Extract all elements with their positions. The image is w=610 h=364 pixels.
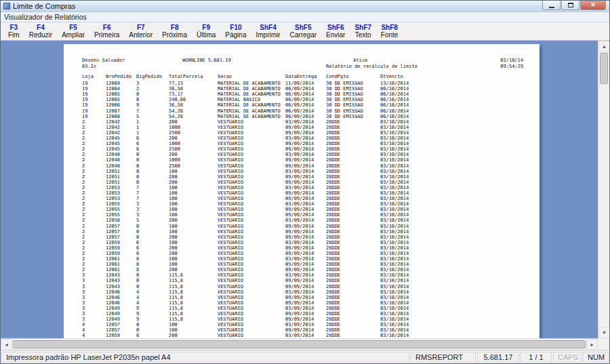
report-cell: 03/10/2014	[380, 306, 540, 311]
report-cell: 3	[82, 272, 106, 278]
report-cell: 28DDE	[326, 169, 380, 174]
report-cell: 09/09/2014	[285, 157, 326, 163]
report-cell: 05/09/2014	[285, 262, 326, 267]
action-label: Enviar	[326, 31, 345, 39]
report-user: Desenv Salvador	[82, 58, 125, 63]
report-cell: 12051	[106, 169, 136, 174]
report-cell: 09/09/2014	[285, 235, 326, 240]
proxima-button[interactable]: F8Próxima	[157, 23, 192, 39]
report-cell: VESTUARIO	[218, 272, 285, 278]
report-cell: 12053	[106, 185, 136, 190]
scroll-left-button[interactable]: ◄	[1, 339, 12, 350]
scroll-down-button[interactable]: ▼	[598, 327, 609, 338]
vertical-scrollbar[interactable]: ▲ ▼	[598, 41, 609, 338]
ultima-button[interactable]: F9Última	[192, 23, 220, 39]
report-system-version: WGRNLINE 5.681.19	[182, 58, 231, 63]
report-cell: 13/10/2014	[380, 81, 540, 86]
scroll-up-button[interactable]: ▲	[598, 41, 609, 52]
report-cell: 2	[82, 190, 106, 196]
report-workspace: Desenv Salvador WGRNLINE 5.681.19 Ativa …	[1, 41, 609, 350]
carregar-button[interactable]: ShF5Carregar	[285, 23, 321, 39]
scroll-right-button[interactable]: ►	[586, 339, 598, 350]
imprimir-button[interactable]: ShF4Imprimir	[251, 23, 285, 39]
report-cell: 09/09/2014	[285, 295, 326, 300]
report-cell: 28DDE	[326, 322, 380, 327]
ampliar-button[interactable]: F5Ampliar	[57, 23, 89, 39]
report-row: 2120596200VESTUARIO09/09/201428DDE03/10/…	[64, 245, 540, 251]
report-cell: 28DDE	[326, 295, 380, 300]
report-cell: 115,8	[169, 311, 218, 317]
report-company: Ativa	[353, 58, 367, 63]
report-cell: 9	[136, 317, 169, 322]
report-cell: VESTUARIO	[218, 163, 285, 169]
minimize-button[interactable]	[542, 1, 561, 10]
report-cell: 200	[169, 119, 218, 125]
report-cell: 2	[82, 169, 106, 174]
report-cell: VESTUARIO	[218, 262, 285, 267]
texto-button[interactable]: ShF7Texto	[350, 23, 375, 39]
report-row: 4120570100VESTUARIO09/09/201428DDE03/10/…	[64, 327, 540, 333]
report-cell: 8	[136, 256, 169, 262]
action-label: Fonte	[381, 31, 399, 39]
enviar-button[interactable]: ShF6Enviar	[321, 23, 350, 39]
report-cell: 2	[82, 240, 106, 245]
primeira-button[interactable]: F6Primeira	[89, 23, 124, 39]
vertical-scroll-thumb[interactable]	[600, 53, 608, 84]
report-row: 3120464115,8VESTUARIO09/09/201428DDE03/1…	[64, 300, 540, 306]
report-cell: 03/09/2014	[285, 152, 326, 157]
pagina-button[interactable]: F10Página	[220, 23, 251, 39]
report-cell: 12061	[106, 267, 136, 272]
report-cell: 6	[136, 251, 169, 256]
report-cell: 09/09/2014	[285, 245, 326, 251]
horizontal-scrollbar[interactable]: ◄ ►	[1, 338, 598, 350]
report-cell: 09/09/2014	[285, 229, 326, 235]
fkey-label: ShF4	[260, 24, 276, 31]
report-cell: 12068	[106, 114, 136, 119]
fkey-label: ShF5	[295, 24, 311, 31]
report-cell: 2500	[169, 163, 218, 169]
report-cell: 200	[169, 235, 218, 240]
report-cell: 03/10/2014	[380, 256, 540, 262]
report-cell: 03/10/2014	[380, 136, 540, 141]
report-cell: 54,28	[169, 108, 218, 114]
fkey-label: F7	[137, 24, 145, 31]
report-cell: 09/09/2014	[285, 174, 326, 180]
report-cell: VESTUARIO	[218, 295, 285, 300]
horizontal-scroll-thumb[interactable]	[13, 340, 586, 348]
report-row: 21204802500VESTUARIO09/09/201428DDE03/10…	[64, 163, 540, 169]
report-row: 2120537100VESTUARIO09/09/201428DDE03/10/…	[64, 190, 540, 196]
report-row: 1912067754,28MATERIAL DE ACABAMENTO06/09…	[64, 108, 540, 114]
fim-button[interactable]: F3Fim	[3, 23, 24, 39]
anterior-button[interactable]: F7Anterior	[124, 23, 157, 39]
child-window-title-bar[interactable]: Visualizador de Relatórios	[1, 12, 609, 22]
report-row: 1912066936,58MATERIAL DE ACABAMENTO06/09…	[64, 102, 540, 108]
maximize-button[interactable]	[561, 1, 580, 10]
report-cell: 36,58	[169, 86, 218, 92]
report-cell: 09/09/2014	[285, 300, 326, 306]
close-button[interactable]: ✕	[580, 1, 606, 10]
fonte-button[interactable]: ShF8Fonte	[376, 23, 403, 39]
report-name-status: RMSREPORT	[411, 352, 476, 363]
col-condpgto: CondPgto	[326, 74, 380, 79]
fkey-label: F3	[10, 24, 18, 31]
report-cell: 03/10/2014	[380, 130, 540, 136]
report-cell: 115,8	[169, 300, 218, 306]
report-cell: 3	[82, 311, 106, 317]
report-cell: 09/09/2014	[285, 267, 326, 272]
report-cell: 115,8	[169, 284, 218, 289]
report-cell: VESTUARIO	[218, 317, 285, 322]
report-cell: 30 DD EMISSAO	[326, 92, 380, 97]
report-cell: 03/10/2014	[380, 146, 540, 152]
reduzir-button[interactable]: F4Reduzir	[24, 23, 57, 39]
report-cell: 06/10/2014	[380, 97, 540, 102]
title-bar[interactable]: Limite de Compras ✕	[1, 1, 609, 12]
report-cell: 06/10/2014	[380, 92, 540, 97]
report-cell: VESTUARIO	[218, 169, 285, 174]
report-cell: 2	[82, 212, 106, 218]
report-cell: 12046	[106, 295, 136, 300]
col-loja: Loja	[82, 74, 106, 79]
report-row: 2120456200VESTUARIO03/09/201428DDE03/10/…	[64, 136, 540, 141]
report-cell: 03/10/2014	[380, 272, 540, 278]
report-cell: 19	[82, 86, 106, 92]
report-row: 21204801000VESTUARIO09/09/201428DDE03/10…	[64, 157, 540, 163]
